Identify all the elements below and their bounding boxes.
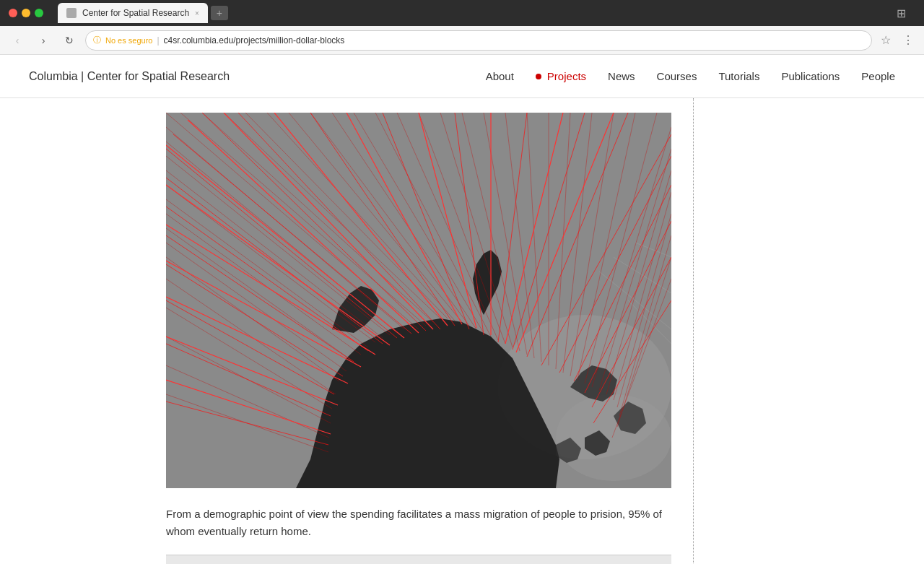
- nav-item-courses[interactable]: Courses: [657, 70, 697, 83]
- security-icon: ⓘ: [93, 35, 101, 45]
- nav-item-projects[interactable]: Projects: [536, 70, 586, 82]
- nav-links: About Projects News Courses Tutorials Pu…: [486, 70, 895, 83]
- nav-item-publications[interactable]: Publications: [781, 70, 840, 83]
- website: Columbia | Center for Spatial Research A…: [0, 55, 924, 564]
- nav-link-news[interactable]: News: [608, 70, 635, 82]
- more-options-button[interactable]: ⋮: [899, 33, 917, 47]
- nav-item-about[interactable]: About: [486, 70, 514, 83]
- site-navigation: Columbia | Center for Spatial Research A…: [0, 55, 924, 98]
- nav-item-news[interactable]: News: [608, 70, 635, 83]
- bookmark-button[interactable]: ☆: [878, 33, 894, 47]
- site-logo[interactable]: Columbia | Center for Spatial Research: [29, 70, 230, 83]
- map-svg: [166, 113, 671, 488]
- back-button[interactable]: ‹: [7, 30, 27, 51]
- browser-window: Center for Spatial Research × + ⊞ ‹ › ↻ …: [0, 0, 924, 564]
- reload-button[interactable]: ↻: [59, 30, 79, 51]
- fullscreen-window-button[interactable]: [35, 9, 43, 17]
- nav-link-courses[interactable]: Courses: [657, 70, 697, 82]
- nav-link-about[interactable]: About: [486, 70, 514, 82]
- main-content: From a demographic point of view the spe…: [0, 98, 924, 564]
- new-tab-button[interactable]: +: [211, 6, 228, 20]
- browser-titlebar: Center for Spatial Research × + ⊞: [0, 0, 924, 26]
- minimize-window-button[interactable]: [22, 9, 30, 17]
- nav-link-tutorials[interactable]: Tutorials: [718, 70, 759, 82]
- svg-point-2: [556, 394, 671, 481]
- tab-favicon-icon: [66, 8, 77, 18]
- nav-item-people[interactable]: People: [861, 70, 895, 83]
- map-visualization: [166, 113, 671, 488]
- security-text: No es seguro: [105, 36, 152, 45]
- nav-link-people[interactable]: People: [861, 70, 895, 82]
- caption-text: From a demographic point of view the spe…: [166, 506, 664, 540]
- tab-close-button[interactable]: ×: [195, 9, 199, 17]
- nav-link-projects[interactable]: Projects: [547, 70, 586, 82]
- right-panel: [694, 98, 860, 564]
- browser-toolbar: ‹ › ↻ ⓘ No es seguro | c4sr.columbia.edu…: [0, 26, 924, 55]
- content-area: From a demographic point of view the spe…: [0, 98, 693, 564]
- bottom-strip: [166, 555, 671, 564]
- url-text: c4sr.columbia.edu/projects/million-dolla…: [164, 35, 345, 45]
- traffic-lights: [9, 9, 43, 17]
- separator: |: [157, 35, 159, 45]
- tab-bar: Center for Spatial Research × +: [58, 3, 881, 23]
- tab-title: Center for Spatial Research: [82, 8, 189, 18]
- forward-button[interactable]: ›: [33, 30, 53, 51]
- active-tab[interactable]: Center for Spatial Research ×: [58, 3, 208, 23]
- close-window-button[interactable]: [9, 9, 17, 17]
- nav-item-tutorials[interactable]: Tutorials: [718, 70, 759, 83]
- window-controls-icon: ⊞: [897, 6, 906, 20]
- projects-dot-icon: [536, 74, 541, 79]
- address-bar[interactable]: ⓘ No es seguro | c4sr.columbia.edu/proje…: [85, 30, 872, 51]
- nav-link-publications[interactable]: Publications: [781, 70, 840, 82]
